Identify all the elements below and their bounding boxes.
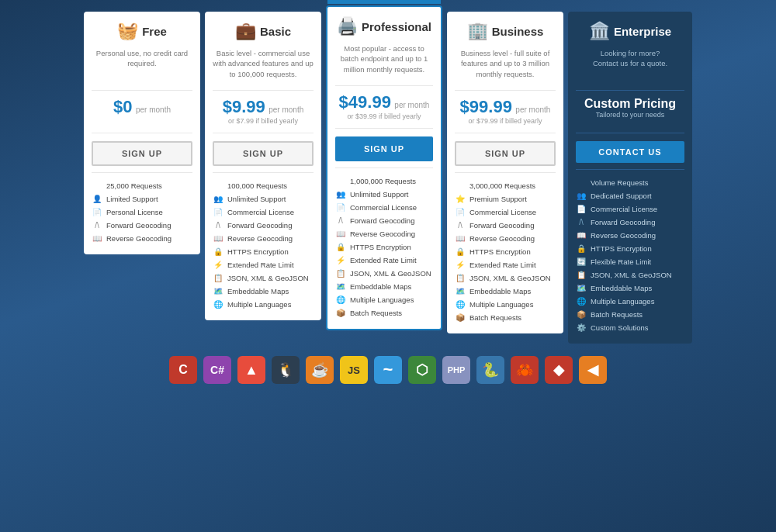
- feature-item: 🌐 Multiple Languages: [335, 293, 433, 306]
- feature-label: Reverse Geocoding: [106, 234, 171, 243]
- feature-label: 1,000,000 Requests: [350, 177, 416, 185]
- features-list: 100,000 Requests 👥 Unlimited Support 📄 C…: [213, 173, 314, 311]
- feature-item: /\ Forward Geocoding: [92, 219, 192, 232]
- feature-icon: 🗺️: [213, 287, 223, 295]
- feature-item: /\ Forward Geocoding: [213, 219, 314, 232]
- feature-item: 📋 JSON, XML & GeoJSON: [213, 271, 314, 285]
- feature-item: 📖 Reverse Geocoding: [213, 232, 314, 245]
- plan-description: Personal use, no credit card required.: [92, 48, 192, 69]
- bestseller-badge: BESTSELLER: [327, 0, 441, 4]
- feature-icon: 📖: [213, 234, 223, 243]
- feature-label: Premium Support: [469, 195, 527, 203]
- feature-label: Forward Geocoding: [591, 218, 655, 226]
- price-main: $99.99: [460, 97, 512, 116]
- feature-label: 25,000 Requests: [106, 181, 162, 190]
- feature-item: 📋 JSON, XML & GeoJSON: [335, 267, 433, 280]
- feature-icon: ⭐: [455, 195, 466, 203]
- tech-logo-11: ◆: [545, 356, 573, 384]
- feature-label: Batch Requests: [469, 313, 521, 322]
- feature-label: HTTPS Encryption: [227, 247, 289, 256]
- enterprise-features-list: Volume Requests 👥 Dedicated Support 📄 Co…: [576, 170, 684, 334]
- feature-item: 📋 JSON, XML & GeoJSON: [455, 271, 556, 285]
- tech-logo-9: 🐍: [476, 356, 504, 384]
- price-section: $0 per month: [92, 91, 192, 133]
- enterprise-price-section: Custom Pricing Tailored to your needs: [576, 91, 684, 133]
- plan-name: Basic: [260, 25, 291, 38]
- feature-icon: /\: [92, 221, 102, 230]
- signup-section: SIGN UP: [92, 133, 192, 173]
- feature-label: HTTPS Encryption: [591, 244, 652, 253]
- feature-icon: 👥: [335, 190, 346, 199]
- feature-item: 🗺️ Embeddable Maps: [213, 285, 314, 298]
- feature-label: Unlimited Support: [350, 190, 409, 199]
- feature-icon: 🔒: [576, 244, 587, 253]
- price-section: $49.99 per month or $39.99 if billed yea…: [335, 86, 433, 129]
- feature-label: JSON, XML & GeoJSON: [591, 271, 672, 279]
- feature-item: 1,000,000 Requests: [335, 174, 433, 188]
- plan-card-free: 🧺 Free Personal use, no credit card requ…: [84, 12, 200, 254]
- feature-item: 📄 Commercial License: [213, 206, 314, 219]
- signup-section: SIGN UP: [335, 129, 433, 168]
- feature-item: ⚡ Extended Rate Limit: [455, 258, 556, 271]
- feature-icon: ⚡: [335, 256, 346, 264]
- feature-icon: 📄: [213, 208, 223, 216]
- feature-icon: 📋: [335, 269, 346, 278]
- feature-icon: ⚡: [455, 261, 466, 269]
- feature-item: ⭐ Premium Support: [455, 192, 556, 206]
- feature-icon: 🔒: [455, 247, 466, 256]
- feature-item: 📦 Batch Requests: [455, 311, 556, 324]
- page-wrapper: 🧺 Free Personal use, no credit card requ…: [0, 0, 776, 532]
- price-per: per month: [394, 101, 429, 109]
- tech-logo-4: ☕: [306, 356, 334, 384]
- feature-icon: 📄: [576, 205, 587, 213]
- feature-icon: 🔒: [213, 247, 223, 256]
- feature-label: Extended Rate Limit: [469, 261, 536, 269]
- plan-icon: 🧺: [117, 21, 138, 41]
- signup-section: SIGN UP: [213, 133, 314, 173]
- price-main: $0: [113, 97, 132, 116]
- feature-label: Commercial License: [591, 205, 657, 213]
- plan-header-top: 🖨️ Professional: [335, 16, 433, 40]
- feature-icon: 🗺️: [455, 287, 466, 295]
- feature-item: 100,000 Requests: [213, 179, 314, 192]
- pricing-grid: 🧺 Free Personal use, no credit card requ…: [8, 12, 768, 344]
- tech-logo-8: PHP: [442, 356, 470, 384]
- feature-label: Reverse Geocoding: [227, 234, 293, 243]
- feature-label: Reverse Geocoding: [350, 230, 415, 238]
- feature-icon: ⚡: [213, 261, 223, 269]
- feature-label: Unlimited Support: [227, 195, 286, 203]
- feature-item: /\ Forward Geocoding: [455, 219, 556, 232]
- feature-label: Forward Geocoding: [227, 221, 292, 230]
- feature-label: 100,000 Requests: [227, 181, 287, 190]
- plan-card-business: 🏢 Business Business level - full suite o…: [447, 12, 563, 333]
- feature-label: 3,000,000 Requests: [469, 181, 535, 190]
- feature-label: Batch Requests: [350, 309, 402, 317]
- signup-button-basic[interactable]: SIGN UP: [213, 141, 314, 166]
- feature-icon: 📦: [335, 309, 346, 317]
- feature-item: 👥 Unlimited Support: [335, 188, 433, 201]
- plan-header-top: 🏢 Business: [455, 21, 556, 44]
- feature-label: Forward Geocoding: [350, 216, 414, 225]
- feature-item: ⚡ Extended Rate Limit: [213, 258, 314, 271]
- price-main: $49.99: [339, 92, 391, 112]
- feature-label: Dedicated Support: [591, 192, 652, 200]
- feature-icon: 📖: [576, 231, 587, 240]
- feature-label: Embeddable Maps: [227, 287, 289, 295]
- feature-item: 📄 Personal License: [92, 206, 192, 219]
- features-list: 1,000,000 Requests 👥 Unlimited Support 📄…: [335, 168, 433, 320]
- signup-button-business[interactable]: SIGN UP: [455, 141, 556, 166]
- feature-item: /\ Forward Geocoding: [335, 214, 433, 227]
- enterprise-name: Enterprise: [614, 25, 671, 38]
- feature-label: Multiple Languages: [469, 300, 533, 309]
- plan-card-professional: BESTSELLER 🖨️ Professional Most popular …: [326, 5, 442, 330]
- signup-button-professional[interactable]: SIGN UP: [335, 136, 433, 161]
- feature-icon: /\: [455, 221, 466, 230]
- feature-icon: 📖: [92, 234, 102, 243]
- signup-button-free[interactable]: SIGN UP: [92, 141, 192, 166]
- feature-label: Commercial License: [227, 208, 294, 216]
- feature-label: Batch Requests: [591, 310, 643, 319]
- contact-button[interactable]: CONTACT US: [576, 141, 684, 163]
- feature-icon: 👤: [92, 195, 102, 203]
- feature-icon: 📖: [455, 234, 466, 243]
- feature-icon: 📋: [455, 274, 466, 282]
